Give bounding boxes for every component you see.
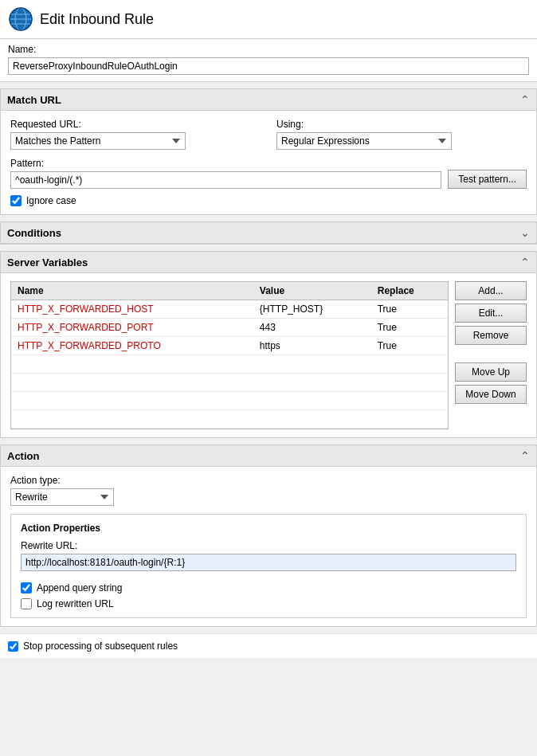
append-query-string-label: Append query string — [37, 582, 122, 593]
action-section: Action ⌃ Action type: Rewrite Action Pro… — [0, 445, 537, 627]
sv-cell-value: https — [253, 337, 371, 355]
action-type-label: Action type: — [10, 475, 527, 486]
using-select[interactable]: Regular Expressions — [276, 132, 452, 150]
action-title: Action — [7, 450, 39, 462]
sv-move-up-button[interactable]: Move Up — [455, 362, 527, 382]
pattern-group: Pattern: — [10, 158, 441, 189]
name-section: Name: — [0, 39, 537, 82]
sv-remove-button[interactable]: Remove — [455, 326, 527, 345]
using-group: Using: Regular Expressions — [276, 119, 527, 150]
table-row-empty — [11, 355, 448, 374]
test-pattern-button[interactable]: Test pattern... — [448, 170, 527, 189]
rewrite-url-label: Rewrite URL: — [21, 540, 516, 551]
page-header: Edit Inbound Rule — [0, 0, 537, 39]
match-url-header[interactable]: Match URL ⌃ — [1, 89, 536, 111]
ignore-case-row: Ignore case — [10, 195, 527, 206]
action-properties-box: Action Properties Rewrite URL: Append qu… — [10, 514, 527, 618]
globe-icon — [8, 6, 33, 32]
requested-url-group: Requested URL: Matches the Pattern — [10, 119, 261, 150]
sv-cell-replace: True — [371, 337, 448, 355]
ignore-case-checkbox[interactable] — [10, 195, 22, 206]
page-title: Edit Inbound Rule — [40, 11, 154, 28]
action-content: Action type: Rewrite Action Properties R… — [1, 467, 536, 626]
table-row[interactable]: HTTP_X_FORWARDED_PORT 443 True — [11, 319, 448, 337]
server-variables-header[interactable]: Server Variables ⌃ — [1, 252, 536, 273]
action-header[interactable]: Action ⌃ — [1, 445, 536, 467]
append-query-string-row: Append query string — [21, 582, 516, 593]
match-url-content: Requested URL: Matches the Pattern Using… — [1, 111, 536, 214]
stop-processing-row: Stop processing of subsequent rules — [0, 633, 537, 658]
action-type-select[interactable]: Rewrite — [10, 488, 114, 506]
match-url-chevron-up-icon: ⌃ — [520, 93, 530, 106]
pattern-input[interactable] — [10, 171, 441, 189]
sv-table-wrap: Name Value Replace HTTP_X_FORWARDED_HOST… — [10, 281, 449, 429]
table-row[interactable]: HTTP_X_FORWARDED_PROTO https True — [11, 337, 448, 355]
sv-buttons: Add... Edit... Remove Move Up Move Down — [455, 281, 527, 429]
action-properties-title: Action Properties — [21, 523, 516, 534]
ignore-case-label: Ignore case — [26, 195, 76, 206]
sv-col-value: Value — [253, 282, 371, 300]
requested-url-select[interactable]: Matches the Pattern — [10, 132, 186, 150]
sv-col-name: Name — [11, 282, 253, 300]
table-row-empty — [11, 392, 448, 410]
match-url-title: Match URL — [7, 94, 61, 106]
name-label: Name: — [8, 44, 529, 55]
table-row-empty — [11, 374, 448, 392]
sv-cell-name: HTTP_X_FORWARDED_HOST — [11, 300, 253, 319]
name-input[interactable] — [8, 57, 529, 75]
rewrite-url-input[interactable] — [21, 554, 516, 571]
conditions-title: Conditions — [7, 227, 61, 239]
sv-edit-button[interactable]: Edit... — [455, 304, 527, 323]
stop-processing-label: Stop processing of subsequent rules — [23, 640, 178, 652]
sv-cell-value: 443 — [253, 319, 371, 337]
sv-add-button[interactable]: Add... — [455, 281, 527, 300]
log-rewritten-url-label: Log rewritten URL — [37, 598, 114, 609]
log-rewritten-url-row: Log rewritten URL — [21, 598, 516, 609]
sv-layout: Name Value Replace HTTP_X_FORWARDED_HOST… — [10, 281, 527, 429]
match-url-form-row: Requested URL: Matches the Pattern Using… — [10, 119, 527, 150]
using-label: Using: — [276, 119, 527, 130]
sv-cell-name: HTTP_X_FORWARDED_PROTO — [11, 337, 253, 355]
requested-url-label: Requested URL: — [10, 119, 261, 130]
conditions-section: Conditions ⌄ — [0, 221, 537, 245]
sv-table: Name Value Replace HTTP_X_FORWARDED_HOST… — [11, 282, 448, 429]
conditions-chevron-down-icon: ⌄ — [520, 226, 530, 239]
conditions-header[interactable]: Conditions ⌄ — [1, 222, 536, 244]
action-chevron-up-icon: ⌃ — [520, 449, 530, 462]
pattern-row: Pattern: Test pattern... — [10, 158, 527, 189]
sv-cell-replace: True — [371, 300, 448, 319]
stop-processing-checkbox[interactable] — [8, 641, 18, 652]
pattern-label: Pattern: — [10, 158, 441, 169]
table-row-empty — [11, 410, 448, 429]
action-type-row: Action type: Rewrite — [10, 475, 527, 506]
match-url-section: Match URL ⌃ Requested URL: Matches the P… — [0, 88, 537, 215]
sv-cell-value: {HTTP_HOST} — [253, 300, 371, 319]
server-variables-title: Server Variables — [7, 257, 88, 268]
sv-col-replace: Replace — [371, 282, 448, 300]
server-variables-content: Name Value Replace HTTP_X_FORWARDED_HOST… — [1, 273, 536, 437]
log-rewritten-url-checkbox[interactable] — [21, 598, 32, 609]
table-row[interactable]: HTTP_X_FORWARDED_HOST {HTTP_HOST} True — [11, 300, 448, 319]
append-query-string-checkbox[interactable] — [21, 582, 32, 593]
server-variables-chevron-up-icon: ⌃ — [520, 256, 530, 268]
sv-cell-name: HTTP_X_FORWARDED_PORT — [11, 319, 253, 337]
sv-move-down-button[interactable]: Move Down — [455, 385, 527, 404]
sv-cell-replace: True — [371, 319, 448, 337]
server-variables-section: Server Variables ⌃ Name Value Replace HT… — [0, 251, 537, 438]
